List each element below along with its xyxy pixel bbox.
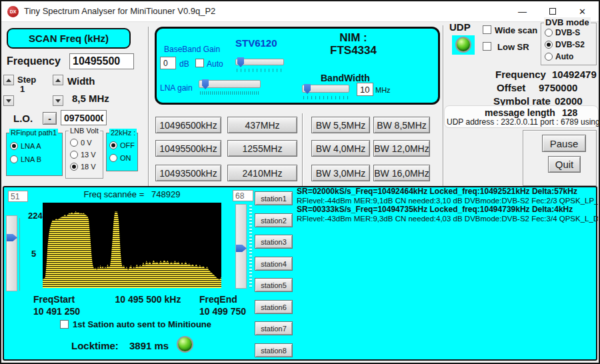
lo-input[interactable]: [61, 110, 107, 125]
preset-freq-2-button[interactable]: 10495500kHz: [155, 140, 221, 157]
right-slider-value-input[interactable]: [233, 190, 253, 201]
spectrum-display: [43, 203, 221, 288]
bw-12-0-button[interactable]: BW 12,0MHz: [373, 140, 430, 157]
baseband-gain-slider-thumb[interactable]: [237, 57, 244, 67]
lnb-0v-radio[interactable]: [70, 139, 78, 147]
station6-button[interactable]: station6: [255, 300, 293, 314]
lnb-13v-radio[interactable]: [70, 151, 78, 159]
step-down-button[interactable]: [3, 95, 14, 106]
baseband-gain-slider[interactable]: [235, 59, 284, 65]
udp-led-tile: [452, 35, 475, 55]
station8-button[interactable]: station8: [255, 343, 293, 357]
baseband-gain-input[interactable]: [160, 57, 176, 69]
auto-gain-label: Auto: [207, 59, 223, 69]
preset-mhz-1-button[interactable]: 437MHz: [227, 117, 297, 133]
dvb-s2-radio[interactable]: [545, 41, 553, 49]
lna-b-radio[interactable]: [10, 155, 18, 163]
low-sr-label: Low SR: [497, 42, 529, 52]
station7-button[interactable]: station7: [255, 321, 293, 335]
tone-off-label: OFF: [120, 141, 135, 149]
maximize-icon: [549, 8, 556, 15]
low-sr-checkbox[interactable]: [483, 42, 491, 51]
slider-ticks: [237, 69, 283, 72]
width-label: Width: [67, 75, 95, 87]
step-up-button[interactable]: [3, 75, 14, 85]
tuner-panel: STV6120 NIM : FTS4334 BaseBand Gain dB A…: [155, 27, 440, 105]
result-2-summary: SR=00333kS/s_Freq=10494735kHz Locked_fre…: [297, 205, 598, 215]
dvb-mode-group-title: DVB mode: [544, 17, 591, 27]
arrow-up-icon: [6, 79, 11, 82]
lnb-0v-label: 0 V: [81, 139, 92, 147]
lnb-18v-radio[interactable]: [70, 163, 78, 171]
udp-address-line: UDP address : 232.0.0.11 port : 6789 usi…: [447, 117, 599, 127]
rf-input-group: RFinput path1 LNA A LNA B: [6, 133, 63, 176]
quit-button[interactable]: Quit: [548, 156, 581, 173]
station3-button[interactable]: station3: [255, 235, 293, 249]
station2-button[interactable]: station2: [255, 213, 293, 227]
step-label: Step: [17, 75, 36, 85]
bandwidth-input[interactable]: [357, 83, 373, 96]
lnb-18v-label: 18 V: [81, 163, 96, 171]
bw-3-0-button[interactable]: BW 3,0MHz: [311, 165, 370, 181]
bandwidth-slider-thumb[interactable]: [304, 84, 311, 94]
auto-send-checkbox[interactable]: [60, 320, 69, 329]
bw-16-0-button[interactable]: BW 16,0MHz: [373, 165, 430, 181]
frequency-label: Frequency: [7, 55, 61, 67]
rf-input-group-title: RFinput path1: [9, 129, 58, 137]
lnb-volt-group: LNB Volt 0 V 13 V 18 V: [65, 131, 103, 179]
freq-scanned-label: Freq scannée =: [84, 189, 145, 199]
right-level-slider[interactable]: [235, 204, 247, 289]
width-up-button[interactable]: [53, 75, 63, 85]
app-window: DX Tiny Spectrum Analyser for MiniTioune…: [0, 0, 600, 364]
auto-send-label: 1st Sation auto sent to Minitioune: [73, 319, 211, 329]
lna-gain-slider-thumb[interactable]: [202, 79, 209, 89]
lna-gain-label: LNA gain: [160, 83, 193, 93]
left-level-slider-thumb[interactable]: [7, 234, 17, 241]
dvb-s-radio[interactable]: [545, 29, 553, 37]
lna-a-radio[interactable]: [10, 142, 18, 150]
lo-minus-button[interactable]: -: [43, 112, 57, 125]
scale-top-label: 224: [28, 211, 43, 221]
bw-4-0-button[interactable]: BW 4,0MHz: [311, 140, 370, 157]
rx-frequency-value: 10492479: [552, 69, 597, 80]
baseband-gain-label: BaseBand Gain: [164, 45, 220, 54]
bandwidth-label: BandWidth: [321, 73, 370, 83]
frequency-input[interactable]: [69, 53, 134, 69]
dvb-s-label: DVB-S: [555, 28, 580, 37]
preset-mhz-2-button[interactable]: 1255MHz: [227, 140, 297, 157]
width-down-button[interactable]: [53, 95, 63, 106]
lna-gain-slider[interactable]: [199, 80, 261, 88]
scan-freq-button[interactable]: SCAN Freq (kHz): [7, 28, 131, 49]
separator-line: [302, 113, 303, 186]
left-slider-value-input[interactable]: [8, 191, 28, 202]
wide-scan-checkbox[interactable]: [483, 25, 491, 34]
message-length-value: 128: [562, 107, 577, 118]
bw-5-5-button[interactable]: BW 5,5MHz: [311, 117, 370, 133]
tone-on-radio[interactable]: [109, 154, 117, 162]
station4-button[interactable]: station4: [255, 257, 293, 271]
chip-title: STV6120: [235, 37, 277, 49]
bw-8-5-button[interactable]: BW 8,5MHz: [373, 117, 430, 133]
right-level-slider-thumb[interactable]: [236, 245, 247, 252]
message-length-label: message length: [485, 107, 555, 118]
left-level-slider[interactable]: [6, 215, 17, 291]
arrow-down-icon: [6, 99, 11, 103]
minimize-button[interactable]: —: [507, 1, 537, 21]
tone-off-radio[interactable]: [109, 141, 117, 149]
arrow-down-icon: [55, 99, 61, 103]
pause-button[interactable]: Pause: [542, 135, 586, 152]
lo-label: L.O.: [13, 113, 33, 124]
lna-a-label: LNA A: [21, 142, 41, 150]
station1-button[interactable]: station1: [255, 191, 293, 205]
auto-gain-checkbox[interactable]: [195, 59, 204, 67]
bandwidth-slider[interactable]: [302, 85, 349, 93]
lock-status-led: [177, 336, 193, 353]
preset-freq-1-button[interactable]: 10496500kHz: [155, 117, 221, 133]
preset-mhz-3-button[interactable]: 2410MHz: [227, 165, 297, 181]
titlebar: DX Tiny Spectrum Analyser for MiniTioune…: [1, 1, 599, 22]
slider-ticks: [249, 205, 252, 287]
preset-freq-3-button[interactable]: 10493500kHz: [155, 165, 221, 181]
station5-button[interactable]: station5: [255, 278, 293, 292]
dvb-auto-radio[interactable]: [545, 53, 553, 61]
separator-line: [443, 25, 444, 186]
